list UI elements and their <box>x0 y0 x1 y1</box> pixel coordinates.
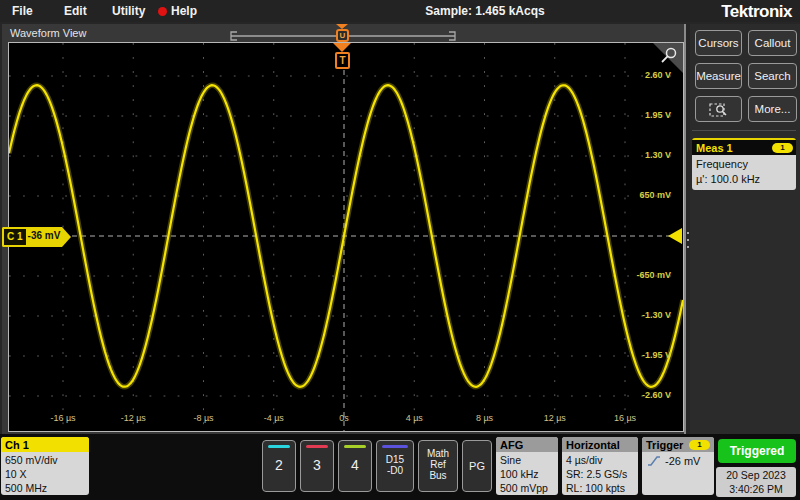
trigger-position-marker[interactable]: T <box>335 52 350 69</box>
y-axis-label-6: -1.95 V <box>642 350 671 360</box>
ch1-badge[interactable]: Ch 1 650 mV/div 10 X 500 MHz <box>1 437 89 495</box>
cursors-button[interactable]: Cursors <box>695 30 742 56</box>
callout-button[interactable]: Callout <box>748 30 797 56</box>
ch1-marker-label: C 1 <box>2 227 26 247</box>
y-axis-label-3: 650 mV <box>639 190 671 200</box>
ch2-color-stripe <box>268 445 290 448</box>
menu-help[interactable]: Help <box>171 4 197 18</box>
ch1-position-marker[interactable]: C 1 -36 mV <box>2 227 71 247</box>
ch1-marker-value: -36 mV <box>26 227 63 247</box>
menu-utility[interactable]: Utility <box>112 4 145 18</box>
digital-color-stripe <box>382 445 408 448</box>
trigger-arrow-icon <box>333 43 351 52</box>
ch3-color-stripe <box>306 445 328 448</box>
zoom-corner-button[interactable] <box>653 43 683 73</box>
date: 20 Sep 2023 <box>716 468 796 482</box>
ch1-marker-arrow-icon <box>62 227 71 247</box>
menu-file[interactable]: File <box>12 4 33 18</box>
y-axis-label-5: -1.30 V <box>642 310 671 320</box>
afg-title: AFG <box>500 439 523 451</box>
meas1-source-pill: 1 <box>772 143 793 153</box>
ch4-color-stripe <box>344 445 366 448</box>
tab-waveform-view[interactable]: Waveform View <box>10 27 86 39</box>
afg-frequency: 100 kHz <box>500 467 558 481</box>
horizontal-title: Horizontal <box>566 439 620 451</box>
ch1-scale: 650 mV/div <box>5 453 89 467</box>
graticule[interactable]: -16 µs-12 µs-8 µs-4 µs0s4 µs8 µs12 µs16 … <box>8 42 684 432</box>
x-axis-label-8: 16 µs <box>614 413 636 423</box>
tektronix-logo: Tektronix <box>721 2 792 22</box>
expansion-point-marker[interactable]: U <box>336 29 349 42</box>
trigger-status-indicator: Triggered <box>718 439 796 463</box>
ch4-button[interactable]: 4 <box>338 440 372 492</box>
rising-edge-icon <box>647 455 661 467</box>
y-axis-label-2: 1.30 V <box>645 150 671 160</box>
x-axis-label-0: -16 µs <box>50 413 75 423</box>
ch1-title: Ch 1 <box>5 439 29 451</box>
meas1-value: µ': 100.0 kHz <box>696 172 796 187</box>
waveform-view-panel: Waveform View -16 µs-12 µs-8 µs-4 µs0s4 … <box>2 24 686 434</box>
help-alert-icon <box>158 7 167 16</box>
meas1-title: Meas 1 <box>696 142 733 154</box>
horizontal-sample-rate: SR: 2.5 GS/s <box>566 467 638 481</box>
trigger-title: Trigger <box>646 439 683 451</box>
ch4-label: 4 <box>339 457 371 473</box>
x-axis-label-6: 8 µs <box>476 413 493 423</box>
y-axis-label-1: 1.95 V <box>645 110 671 120</box>
digital-label-2: -D0 <box>377 465 413 476</box>
math-ref-bus-button[interactable]: Math Ref Bus <box>418 440 458 492</box>
ch2-label: 2 <box>263 457 295 473</box>
x-axis-label-5: 4 µs <box>406 413 423 423</box>
ch1-zero-reference-arrow[interactable] <box>668 228 682 244</box>
x-axis-label-4: 0s <box>339 413 349 423</box>
search-button[interactable]: Search <box>748 63 797 89</box>
settings-bar: Ch 1 650 mV/div 10 X 500 MHz 2 3 4 D15 -… <box>0 434 800 500</box>
y-axis-label-7: -2.60 V <box>642 390 671 400</box>
horizontal-record-length: RL: 100 kpts <box>566 481 638 495</box>
results-sidebar: Cursors Callout Measure Search More... M… <box>690 24 800 434</box>
measure-button[interactable]: Measure <box>695 63 742 89</box>
ch3-button[interactable]: 3 <box>300 440 334 492</box>
zoom-select-button[interactable] <box>695 96 742 122</box>
ch2-button[interactable]: 2 <box>262 440 296 492</box>
x-axis-label-7: 12 µs <box>544 413 566 423</box>
trigger-source-pill: 1 <box>689 440 710 450</box>
zoom-select-icon <box>708 101 730 119</box>
ch3-label: 3 <box>301 457 333 473</box>
afg-badge[interactable]: AFG Sine 100 kHz 500 mVpp <box>496 437 558 495</box>
horizontal-scale: 4 µs/div <box>566 453 638 467</box>
acquisition-status: Sample: 1.465 kAcqs <box>390 4 580 18</box>
x-axis-label-1: -12 µs <box>121 413 146 423</box>
trigger-badge[interactable]: Trigger 1 -26 mV <box>642 437 714 495</box>
digital-channels-button[interactable]: D15 -D0 <box>376 440 414 492</box>
afg-waveform: Sine <box>500 453 558 467</box>
trigger-level: -26 mV <box>665 455 700 467</box>
datetime-display: 20 Sep 2023 3:40:26 PM <box>716 467 796 497</box>
meas1-badge[interactable]: Meas 1 1 Frequency µ': 100.0 kHz <box>692 138 796 190</box>
x-axis-label-3: -4 µs <box>264 413 284 423</box>
ch1-probe: 10 X <box>5 467 89 481</box>
time: 3:40:26 PM <box>716 482 796 496</box>
y-axis-label-4: -650 mV <box>636 270 671 280</box>
x-axis-label-2: -8 µs <box>193 413 213 423</box>
pg-button[interactable]: PG <box>462 440 492 492</box>
meas1-type: Frequency <box>696 157 796 172</box>
oscilloscope-app: File Edit Utility Help Sample: 1.465 kAc… <box>0 0 800 500</box>
sidebar-separator <box>692 130 796 131</box>
ch1-bandwidth: 500 MHz <box>5 481 89 495</box>
more-button[interactable]: More... <box>748 96 797 122</box>
menu-bar: File Edit Utility Help Sample: 1.465 kAc… <box>0 0 800 22</box>
menu-edit[interactable]: Edit <box>64 4 87 18</box>
digital-label-1: D15 <box>377 454 413 465</box>
horizontal-badge[interactable]: Horizontal 4 µs/div SR: 2.5 GS/s RL: 100… <box>562 437 638 495</box>
afg-amplitude: 500 mVpp <box>500 481 558 495</box>
